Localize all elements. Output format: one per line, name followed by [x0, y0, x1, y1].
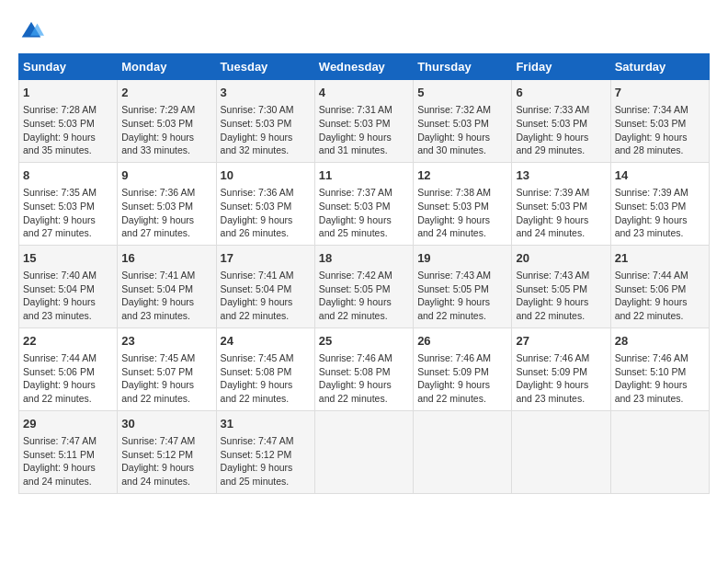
sunrise-text: Sunrise: 7:36 AM — [221, 187, 294, 198]
daylight-text: Daylight: 9 hours and 26 minutes. — [221, 214, 293, 239]
calendar-cell — [414, 410, 512, 493]
calendar-week-2: 8Sunrise: 7:35 AMSunset: 5:03 PMDaylight… — [19, 162, 710, 245]
sunrise-text: Sunrise: 7:47 AM — [121, 435, 195, 446]
daylight-text: Daylight: 9 hours and 22 minutes. — [417, 379, 490, 404]
calendar-cell: 3Sunrise: 7:30 AMSunset: 5:03 PMDaylight… — [216, 80, 314, 163]
sunset-text: Sunset: 5:03 PM — [221, 118, 292, 129]
logo — [18, 18, 48, 44]
daylight-text: Daylight: 9 hours and 22 minutes. — [23, 379, 96, 404]
day-number: 9 — [121, 167, 211, 184]
sunset-text: Sunset: 5:12 PM — [221, 449, 292, 460]
calendar-cell: 25Sunrise: 7:46 AMSunset: 5:08 PMDayligh… — [314, 327, 413, 410]
calendar-cell: 20Sunrise: 7:43 AMSunset: 5:05 PMDayligh… — [512, 245, 610, 327]
sunrise-text: Sunrise: 7:41 AM — [121, 270, 195, 281]
calendar-cell: 12Sunrise: 7:38 AMSunset: 5:03 PMDayligh… — [414, 162, 512, 245]
day-number: 27 — [516, 333, 606, 350]
sunrise-text: Sunrise: 7:46 AM — [516, 352, 589, 363]
day-number: 26 — [417, 333, 507, 350]
calendar-cell: 2Sunrise: 7:29 AMSunset: 5:03 PMDaylight… — [118, 80, 216, 163]
day-number: 24 — [221, 333, 311, 350]
calendar-cell — [314, 410, 413, 493]
calendar-cell: 26Sunrise: 7:46 AMSunset: 5:09 PMDayligh… — [414, 327, 512, 410]
sunrise-text: Sunrise: 7:45 AM — [221, 352, 294, 363]
daylight-text: Daylight: 9 hours and 27 minutes. — [23, 214, 96, 239]
day-number: 13 — [516, 167, 606, 184]
day-number: 23 — [121, 333, 211, 350]
sunset-text: Sunset: 5:03 PM — [516, 201, 587, 212]
calendar-header-row: SundayMondayTuesdayWednesdayThursdayFrid… — [19, 54, 710, 80]
day-number: 25 — [319, 333, 409, 350]
daylight-text: Daylight: 9 hours and 35 minutes. — [23, 132, 96, 156]
daylight-text: Daylight: 9 hours and 23 minutes. — [615, 214, 688, 239]
daylight-text: Daylight: 9 hours and 22 minutes. — [615, 296, 688, 321]
day-number: 17 — [221, 250, 311, 267]
sunrise-text: Sunrise: 7:33 AM — [516, 104, 589, 115]
sunrise-text: Sunrise: 7:30 AM — [221, 104, 294, 115]
page-header — [18, 18, 710, 44]
sunset-text: Sunset: 5:03 PM — [319, 201, 391, 212]
daylight-text: Daylight: 9 hours and 25 minutes. — [319, 214, 392, 239]
sunset-text: Sunset: 5:09 PM — [417, 366, 489, 377]
sunrise-text: Sunrise: 7:39 AM — [516, 187, 589, 198]
day-number: 8 — [23, 167, 113, 184]
sunset-text: Sunset: 5:03 PM — [23, 201, 95, 212]
calendar-cell: 22Sunrise: 7:44 AMSunset: 5:06 PMDayligh… — [19, 327, 118, 410]
calendar-cell: 16Sunrise: 7:41 AMSunset: 5:04 PMDayligh… — [118, 245, 216, 327]
sunset-text: Sunset: 5:05 PM — [516, 283, 587, 294]
sunrise-text: Sunrise: 7:38 AM — [417, 187, 491, 198]
daylight-text: Daylight: 9 hours and 27 minutes. — [121, 214, 194, 239]
sunrise-text: Sunrise: 7:31 AM — [319, 104, 392, 115]
daylight-text: Daylight: 9 hours and 23 minutes. — [516, 379, 588, 404]
calendar-cell: 15Sunrise: 7:40 AMSunset: 5:04 PMDayligh… — [19, 245, 118, 327]
day-number: 5 — [417, 85, 507, 101]
calendar-week-1: 1Sunrise: 7:28 AMSunset: 5:03 PMDaylight… — [19, 80, 710, 163]
calendar-table: SundayMondayTuesdayWednesdayThursdayFrid… — [18, 53, 710, 494]
sunset-text: Sunset: 5:06 PM — [23, 366, 95, 377]
daylight-text: Daylight: 9 hours and 29 minutes. — [516, 132, 588, 156]
calendar-cell: 10Sunrise: 7:36 AMSunset: 5:03 PMDayligh… — [216, 162, 314, 245]
calendar-cell: 5Sunrise: 7:32 AMSunset: 5:03 PMDaylight… — [414, 80, 512, 163]
sunrise-text: Sunrise: 7:34 AM — [615, 104, 688, 115]
sunrise-text: Sunrise: 7:44 AM — [615, 270, 688, 281]
calendar-cell: 29Sunrise: 7:47 AMSunset: 5:11 PMDayligh… — [19, 410, 118, 493]
logo-icon — [18, 18, 44, 44]
header-thursday: Thursday — [414, 54, 512, 80]
day-number: 2 — [121, 85, 211, 101]
header-friday: Friday — [512, 54, 610, 80]
day-number: 4 — [319, 85, 409, 101]
daylight-text: Daylight: 9 hours and 23 minutes. — [615, 379, 688, 404]
day-number: 18 — [319, 250, 409, 267]
day-number: 10 — [221, 167, 311, 184]
day-number: 21 — [615, 250, 705, 267]
sunset-text: Sunset: 5:03 PM — [23, 118, 95, 129]
sunrise-text: Sunrise: 7:46 AM — [615, 352, 688, 363]
sunset-text: Sunset: 5:09 PM — [516, 366, 587, 377]
sunset-text: Sunset: 5:07 PM — [121, 366, 193, 377]
day-number: 14 — [615, 167, 705, 184]
daylight-text: Daylight: 9 hours and 30 minutes. — [417, 132, 490, 156]
calendar-cell — [512, 410, 610, 493]
sunset-text: Sunset: 5:12 PM — [121, 449, 193, 460]
day-number: 30 — [121, 416, 211, 432]
calendar-cell: 14Sunrise: 7:39 AMSunset: 5:03 PMDayligh… — [610, 162, 709, 245]
sunset-text: Sunset: 5:03 PM — [319, 118, 391, 129]
daylight-text: Daylight: 9 hours and 22 minutes. — [121, 379, 194, 404]
sunset-text: Sunset: 5:05 PM — [417, 283, 489, 294]
sunrise-text: Sunrise: 7:43 AM — [516, 270, 589, 281]
sunset-text: Sunset: 5:03 PM — [121, 118, 193, 129]
sunrise-text: Sunrise: 7:41 AM — [221, 270, 294, 281]
header-monday: Monday — [118, 54, 216, 80]
day-number: 20 — [516, 250, 606, 267]
header-sunday: Sunday — [19, 54, 118, 80]
daylight-text: Daylight: 9 hours and 25 minutes. — [221, 462, 293, 487]
sunrise-text: Sunrise: 7:28 AM — [23, 104, 97, 115]
daylight-text: Daylight: 9 hours and 24 minutes. — [121, 462, 194, 487]
daylight-text: Daylight: 9 hours and 24 minutes. — [417, 214, 490, 239]
sunset-text: Sunset: 5:04 PM — [221, 283, 292, 294]
calendar-cell: 24Sunrise: 7:45 AMSunset: 5:08 PMDayligh… — [216, 327, 314, 410]
day-number: 12 — [417, 167, 507, 184]
sunrise-text: Sunrise: 7:35 AM — [23, 187, 97, 198]
daylight-text: Daylight: 9 hours and 24 minutes. — [516, 214, 588, 239]
sunrise-text: Sunrise: 7:46 AM — [417, 352, 491, 363]
calendar-week-3: 15Sunrise: 7:40 AMSunset: 5:04 PMDayligh… — [19, 245, 710, 327]
